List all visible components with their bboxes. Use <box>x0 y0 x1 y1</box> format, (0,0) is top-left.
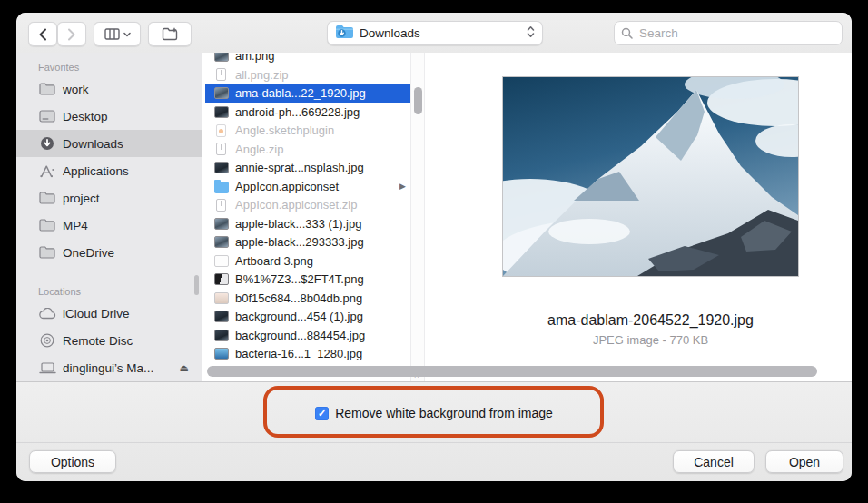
preview-filename: ama-dablam-2064522_1920.jpg <box>502 312 799 329</box>
folder-icon <box>38 192 56 204</box>
remove-background-checkbox[interactable]: ✓ <box>315 407 329 420</box>
file-row[interactable]: apple-black...333 (1).jpg <box>202 214 410 233</box>
file-name: Angle.sketchplugin <box>235 123 334 137</box>
sidebar-item-remote-disc[interactable]: Remote Disc <box>16 327 202 354</box>
file-row[interactable]: AppIcon.appiconset▶ <box>202 177 410 196</box>
cancel-button[interactable]: Cancel <box>673 450 755 473</box>
file-name: all.png.zip <box>235 68 289 82</box>
applications-icon <box>38 164 56 178</box>
sidebar-item-label: OneDrive <box>63 246 114 260</box>
chevron-right-icon <box>67 28 76 41</box>
sidebar-section-favorites: Favorites <box>16 62 202 75</box>
sidebar-item-mp4[interactable]: MP4 <box>16 212 202 239</box>
search-input[interactable] <box>614 21 843 45</box>
image-file-icon <box>214 106 229 118</box>
image-file-icon <box>214 218 229 230</box>
sidebar-item-label: MP4 <box>63 219 88 232</box>
file-name: ama-dabla...22_1920.jpg <box>235 86 366 100</box>
sidebar-item-applications[interactable]: Applications <box>16 157 202 184</box>
file-row[interactable]: B%1%7Z3...$2FT4T.png <box>202 271 410 290</box>
laptop-icon <box>38 362 56 374</box>
view-mode-button[interactable] <box>94 22 141 46</box>
file-name: android-ph...669228.jpg <box>235 105 360 119</box>
file-name: apple-black...293333.jpg <box>235 235 364 249</box>
eject-icon[interactable]: ⏏ <box>180 362 189 374</box>
file-name: AppIcon.appiconset.zip <box>235 198 357 212</box>
file-row[interactable]: bacteria-16...1_1280.jpg <box>202 345 410 364</box>
file-row[interactable]: background...884454.jpg <box>202 326 410 345</box>
file-row[interactable]: am.png <box>202 53 410 65</box>
sidebar-item-label: work <box>63 83 89 96</box>
remove-background-checkbox-label[interactable]: Remove white background from image <box>335 406 553 420</box>
options-button[interactable]: Options <box>29 450 116 473</box>
sidebar-item-project[interactable]: project <box>16 184 202 212</box>
file-name: background...454 (1).jpg <box>235 310 363 323</box>
sidebar-scrollbar-thumb[interactable] <box>194 275 199 295</box>
sidebar-item-label: project <box>63 192 100 205</box>
location-dropdown[interactable]: Downloads <box>327 21 543 45</box>
file-row[interactable]: apple-black...293333.jpg <box>202 233 410 252</box>
zip-file-icon <box>216 199 226 212</box>
sidebar: Favorites work Desktop Downloads Applica… <box>16 53 202 381</box>
open-dialog-window: Downloads Favorites work Desktop <box>16 13 852 481</box>
image-file-icon <box>214 273 229 285</box>
file-row[interactable]: Artboard 3.png <box>202 252 410 271</box>
file-row[interactable]: Angle.sketchplugin <box>202 122 410 141</box>
file-name: B%1%7Z3...$2FT4T.png <box>235 272 364 286</box>
image-file-icon <box>214 311 229 322</box>
sidebar-item-desktop[interactable]: Desktop <box>16 103 202 130</box>
forward-button[interactable] <box>57 22 86 46</box>
zip-file-icon <box>216 143 226 155</box>
preview-image <box>502 76 799 277</box>
file-row[interactable]: AppIcon.appiconset.zip <box>202 196 410 215</box>
chevron-up-down-icon <box>527 25 535 42</box>
sidebar-item-downloads[interactable]: Downloads <box>16 130 202 157</box>
downloads-folder-icon <box>335 25 353 43</box>
sidebar-item-icloud-drive[interactable]: iCloud Drive <box>16 300 202 327</box>
sidebar-item-work[interactable]: work <box>16 75 202 103</box>
disc-icon <box>38 333 56 348</box>
image-file-icon <box>214 236 229 248</box>
file-row[interactable]: annie-sprat...nsplash.jpg <box>202 159 410 178</box>
sidebar-item-label: Applications <box>63 164 129 178</box>
footer-divider <box>16 442 852 443</box>
file-browser: Favorites work Desktop Downloads Applica… <box>16 53 852 381</box>
sidebar-item-onedrive[interactable]: OneDrive <box>16 239 202 266</box>
image-file-icon <box>214 255 229 267</box>
file-name: am.png <box>235 53 274 63</box>
toolbar: Downloads <box>16 13 852 54</box>
desktop-icon <box>38 110 56 123</box>
file-name: annie-sprat...nsplash.jpg <box>235 161 364 174</box>
file-row[interactable]: Angle.zip <box>202 140 410 159</box>
file-row-selected[interactable]: ama-dabla...22_1920.jpg <box>205 84 410 104</box>
sidebar-item-label: dinglingui’s Ma... <box>63 361 153 375</box>
dialog-footer: ✓ Remove white background from image Opt… <box>16 381 852 481</box>
sidebar-item-dinglingui-mac[interactable]: dinglingui’s Ma... ⏏ <box>16 354 202 381</box>
file-row[interactable]: b0f15c684...8b04db.png <box>202 289 410 308</box>
column-view-icon <box>104 28 120 40</box>
horizontal-scrollbar-thumb[interactable] <box>207 366 817 377</box>
folder-icon <box>38 219 56 232</box>
disclosure-triangle-icon[interactable]: ▶ <box>399 182 406 191</box>
folder-icon <box>38 83 56 95</box>
location-dropdown-label: Downloads <box>360 26 527 40</box>
file-row[interactable]: all.png.zip <box>202 65 410 84</box>
back-button[interactable] <box>28 22 57 46</box>
file-name: Angle.zip <box>235 143 283 156</box>
open-button[interactable]: Open <box>765 450 843 473</box>
new-folder-icon <box>162 27 179 41</box>
sidebar-item-label: Downloads <box>63 137 123 151</box>
file-list-scrollbar-thumb[interactable] <box>414 87 422 114</box>
image-file-icon <box>214 330 229 341</box>
preview-file-meta: JPEG image - 770 KB <box>502 333 799 347</box>
new-folder-button[interactable] <box>148 22 192 46</box>
file-row[interactable]: android-ph...669228.jpg <box>202 103 410 122</box>
folder-icon <box>38 246 56 259</box>
file-name: background...884454.jpg <box>235 329 365 342</box>
file-row[interactable]: background...454 (1).jpg <box>202 308 410 327</box>
file-name: bacteria-16...1_1280.jpg <box>235 347 362 360</box>
image-file-icon <box>214 87 229 99</box>
file-name: apple-black...333 (1).jpg <box>235 217 361 231</box>
image-file-icon <box>214 292 229 304</box>
file-name: AppIcon.appiconset <box>235 180 339 193</box>
